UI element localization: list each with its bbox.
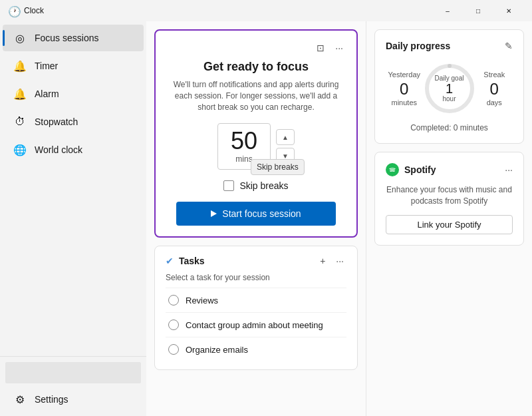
task-radio-reviews[interactable]: [168, 295, 179, 306]
link-spotify-button[interactable]: Link your Spotify: [386, 215, 513, 234]
skip-breaks-container: Skip breaks Skip breaks: [166, 180, 346, 191]
streak-sublabel: days: [476, 99, 513, 106]
task-label-organize: Organize emails: [186, 345, 248, 355]
daily-goal-value: 1: [435, 82, 464, 95]
daily-goal-inner: Daily goal 1 hour: [435, 75, 464, 103]
spotify-title: Spotify: [404, 164, 436, 175]
close-button[interactable]: ✕: [493, 0, 524, 21]
stopwatch-icon: ⏱: [13, 116, 27, 128]
alarm-icon: 🔔: [13, 88, 27, 101]
sidebar-item-focus-sessions[interactable]: ◎ Focus sessions: [3, 25, 144, 51]
skip-breaks-tooltip: Skip breaks: [251, 159, 305, 175]
completed-text: Completed: 0 minutes: [386, 123, 513, 132]
sidebar-item-stopwatch[interactable]: ⏱ Stopwatch: [3, 108, 144, 135]
sidebar-item-settings[interactable]: ⚙ Settings: [3, 386, 144, 413]
spotify-card: Spotify ··· Enhance your focus with musi…: [374, 152, 524, 246]
time-increment-button[interactable]: ▲: [276, 129, 295, 145]
tasks-card: ✔ Tasks + ··· Select a task for your ses…: [154, 246, 358, 370]
progress-stats: Yesterday 0 minutes Daily goal 1 hour: [386, 62, 513, 115]
sidebar-label-alarm: Alarm: [35, 89, 59, 99]
daily-progress-title: Daily progress: [386, 41, 450, 51]
spotify-header: Spotify ···: [386, 163, 513, 176]
tasks-header: ✔ Tasks + ···: [166, 254, 346, 268]
yesterday-label: Yesterday: [386, 71, 423, 79]
right-panel: Daily progress ✎ Yesterday 0 minutes Dai…: [366, 21, 532, 416]
stat-streak: Streak 0 days: [476, 71, 513, 106]
play-icon: [211, 210, 217, 217]
window-controls: – □ ✕: [432, 0, 524, 21]
focus-card-header: ⊡ ···: [166, 41, 346, 55]
app-title: Clock: [24, 6, 432, 15]
spotify-logo-svg: [388, 166, 396, 174]
start-focus-session-button[interactable]: Start focus session: [176, 202, 336, 226]
focus-card: ⊡ ··· Get ready to focus We'll turn off …: [154, 29, 358, 238]
maximize-button[interactable]: □: [463, 0, 493, 21]
spotify-title-row: Spotify: [386, 163, 436, 176]
task-item-contact[interactable]: Contact group admin about meeting: [166, 312, 346, 337]
tasks-subtitle: Select a task for your session: [166, 273, 346, 282]
focus-sessions-icon: ◎: [13, 32, 27, 45]
task-radio-organize[interactable]: [168, 344, 179, 355]
sidebar-scroll-indicator: [5, 362, 141, 383]
add-task-button[interactable]: +: [317, 254, 328, 268]
task-label-contact: Contact group admin about meeting: [186, 320, 323, 330]
sidebar: ◎ Focus sessions 🔔 Timer 🔔 Alarm ⏱ Stopw…: [0, 21, 146, 416]
edit-daily-goal-button[interactable]: ✎: [505, 41, 513, 51]
sidebar-item-world-clock[interactable]: 🌐 World clock: [3, 136, 144, 163]
app-icon: 🕐: [8, 5, 19, 16]
task-label-reviews: Reviews: [186, 296, 218, 306]
sidebar-label-timer: Timer: [35, 61, 58, 71]
stat-yesterday: Yesterday 0 minutes: [386, 71, 423, 106]
settings-icon: ⚙: [13, 393, 27, 406]
skip-breaks-label[interactable]: Skip breaks: [223, 180, 288, 191]
yesterday-value: 0: [386, 80, 423, 99]
sidebar-item-timer[interactable]: 🔔 Timer: [3, 53, 144, 79]
timer-icon: 🔔: [13, 60, 27, 73]
expand-button[interactable]: ⊡: [314, 41, 327, 55]
spotify-description: Enhance your focus with music and podcas…: [386, 184, 513, 207]
minimize-button[interactable]: –: [432, 0, 463, 21]
start-button-label: Start focus session: [222, 208, 301, 219]
task-item-organize[interactable]: Organize emails: [166, 337, 346, 361]
skip-breaks-text: Skip breaks: [239, 180, 288, 191]
time-value: 50: [229, 129, 259, 153]
world-clock-icon: 🌐: [13, 144, 27, 156]
focus-title: Get ready to focus: [166, 60, 346, 74]
yesterday-sublabel: minutes: [386, 99, 423, 106]
sidebar-label-settings: Settings: [35, 394, 68, 405]
more-options-button[interactable]: ···: [332, 41, 346, 55]
tasks-title: Tasks: [179, 256, 312, 266]
spotify-more-button[interactable]: ···: [505, 164, 513, 175]
skip-breaks-checkbox[interactable]: [223, 180, 234, 191]
content-area: ⊡ ··· Get ready to focus We'll turn off …: [146, 21, 366, 416]
focus-description: We'll turn off notifications and app ale…: [166, 79, 346, 112]
streak-label: Streak: [476, 71, 513, 79]
streak-value: 0: [476, 80, 513, 99]
sidebar-label-focus-sessions: Focus sessions: [35, 33, 98, 43]
task-item-reviews[interactable]: Reviews: [166, 288, 346, 312]
task-radio-contact[interactable]: [168, 319, 179, 330]
title-bar: 🕐 Clock – □ ✕: [0, 0, 532, 21]
app-body: ◎ Focus sessions 🔔 Timer 🔔 Alarm ⏱ Stopw…: [0, 21, 532, 416]
daily-progress-card: Daily progress ✎ Yesterday 0 minutes Dai…: [374, 29, 524, 144]
sidebar-label-world-clock: World clock: [35, 144, 82, 155]
tasks-icon: ✔: [166, 256, 174, 266]
sidebar-label-stopwatch: Stopwatch: [35, 116, 78, 127]
spotify-logo: [386, 163, 399, 176]
daily-goal-circle: Daily goal 1 hour: [423, 62, 476, 115]
daily-progress-header: Daily progress ✎: [386, 41, 513, 51]
daily-goal-unit: hour: [435, 95, 464, 103]
sidebar-bottom: ⚙ Settings: [0, 356, 146, 413]
tasks-more-button[interactable]: ···: [333, 254, 346, 268]
sidebar-item-alarm[interactable]: 🔔 Alarm: [3, 81, 144, 107]
